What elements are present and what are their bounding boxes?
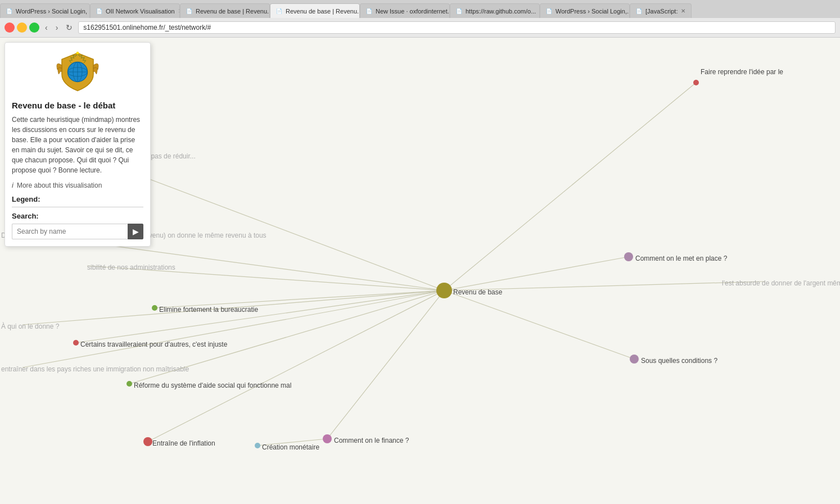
node-ca-ne-permettra[interactable] bbox=[693, 80, 699, 85]
tab-close-icon[interactable]: ✕ bbox=[681, 8, 685, 14]
logo-image bbox=[55, 49, 100, 94]
node-reforme-aide[interactable] bbox=[127, 381, 132, 387]
info-icon: i bbox=[12, 181, 13, 189]
browser-chrome: 📄 WordPress › Social Login, ✕ 📄 OII Netw… bbox=[0, 0, 840, 38]
tab-wordpress-2[interactable]: 📄 WordPress › Social Login,... ✕ bbox=[540, 3, 630, 18]
address-input[interactable] bbox=[78, 21, 836, 34]
edge bbox=[444, 281, 765, 290]
tab-new-issue[interactable]: 📄 New Issue · oxfordinternet... ✕ bbox=[360, 3, 450, 18]
node-elimine-bureaucratie[interactable] bbox=[152, 305, 157, 311]
tab-favicon: 📄 bbox=[366, 8, 372, 14]
edge bbox=[129, 290, 444, 384]
tab-label: https://raw.github.com/o... bbox=[466, 8, 536, 15]
edge bbox=[444, 257, 629, 290]
tab-github[interactable]: 📄 https://raw.github.com/o... ✕ bbox=[450, 3, 540, 18]
panel-description: Cette carte heuristique (mindmap) montre… bbox=[12, 115, 143, 175]
tab-oii[interactable]: 📄 OII Network Visualisation ✕ bbox=[90, 3, 180, 18]
node-entraine-inflation[interactable] bbox=[143, 437, 152, 446]
tab-label: New Issue · oxfordinternet... bbox=[376, 8, 450, 15]
forward-button[interactable]: › bbox=[53, 22, 61, 33]
node-certains-travailleraient[interactable] bbox=[73, 340, 79, 346]
tab-label: WordPress › Social Login,... bbox=[556, 8, 630, 15]
node-creation-monetaire[interactable] bbox=[255, 443, 260, 448]
node-central[interactable] bbox=[436, 283, 452, 298]
window-controls bbox=[4, 22, 39, 33]
refresh-button[interactable]: ↻ bbox=[64, 22, 75, 33]
tab-favicon: 📄 bbox=[6, 8, 12, 14]
edge bbox=[76, 290, 444, 343]
tab-label: OII Network Visualisation bbox=[106, 8, 175, 15]
legend-title: Legend: bbox=[12, 195, 143, 203]
network-visualization: Revenu de base Comment on le met en plac… bbox=[0, 38, 840, 504]
tab-javascript[interactable]: 📄 [JavaScript: ✕ bbox=[630, 3, 692, 18]
search-input[interactable] bbox=[12, 224, 128, 239]
search-button[interactable]: ▶ bbox=[128, 224, 143, 239]
tab-favicon: 📄 bbox=[186, 8, 192, 14]
tab-wordpress-1[interactable]: 📄 WordPress › Social Login, ✕ bbox=[0, 3, 90, 18]
edge bbox=[22, 290, 444, 367]
tab-favicon: 📄 bbox=[546, 8, 552, 14]
more-info-link[interactable]: i More about this visualisation bbox=[12, 181, 143, 189]
tab-favicon: 📄 bbox=[636, 8, 642, 14]
edge bbox=[155, 290, 444, 308]
more-info-label: More about this visualisation bbox=[17, 181, 102, 189]
tab-favicon: 📄 bbox=[456, 8, 462, 14]
maximize-window-button[interactable] bbox=[29, 22, 39, 33]
legend-divider bbox=[12, 207, 143, 207]
edge bbox=[87, 266, 444, 290]
minimize-window-button[interactable] bbox=[17, 22, 27, 33]
edge bbox=[148, 290, 444, 442]
node-sous-conditions[interactable] bbox=[630, 355, 639, 364]
tab-revenu-2[interactable]: 📄 Revenu de base | Revenu... ✕ bbox=[270, 3, 360, 18]
tab-label: Revenu de base | Revenu... bbox=[286, 8, 360, 15]
back-button[interactable]: ‹ bbox=[43, 22, 50, 33]
search-section: Search: ▶ bbox=[12, 212, 143, 239]
edge bbox=[444, 290, 634, 359]
panel-title: Revenu de base - le débat bbox=[12, 101, 143, 110]
panel-logo bbox=[12, 49, 143, 96]
node-comment-financer[interactable] bbox=[323, 434, 332, 443]
tab-favicon: 📄 bbox=[96, 8, 102, 14]
tab-label: WordPress › Social Login, bbox=[16, 8, 87, 15]
info-panel: Revenu de base - le débat Cette carte he… bbox=[4, 42, 151, 247]
svg-point-5 bbox=[76, 52, 79, 55]
address-bar-row: ‹ › ↻ bbox=[0, 18, 840, 37]
search-row: ▶ bbox=[12, 224, 143, 239]
edge bbox=[22, 290, 444, 325]
tab-favicon: 📄 bbox=[276, 8, 282, 14]
tab-label: [JavaScript: bbox=[645, 8, 678, 15]
edge bbox=[327, 290, 444, 439]
edge bbox=[258, 439, 327, 446]
tab-label: Revenu de base | Revenu... bbox=[196, 8, 270, 15]
edge bbox=[444, 83, 696, 290]
close-window-button[interactable] bbox=[4, 22, 15, 33]
search-label: Search: bbox=[12, 212, 143, 220]
tab-bar: 📄 WordPress › Social Login, ✕ 📄 OII Netw… bbox=[0, 0, 840, 18]
tab-revenu-1[interactable]: 📄 Revenu de base | Revenu... ✕ bbox=[180, 3, 270, 18]
node-comment-mettre[interactable] bbox=[624, 252, 633, 261]
